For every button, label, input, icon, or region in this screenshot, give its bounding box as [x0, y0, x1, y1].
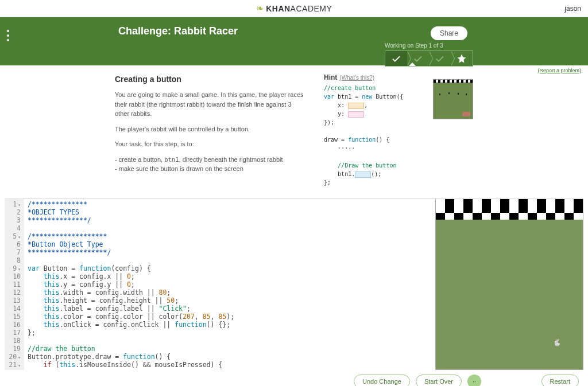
instructions-heading: Creating a button [115, 73, 307, 85]
instructions-p2: The player's rabbit will be controlled b… [115, 124, 307, 134]
code-editor[interactable]: 123456789101112131415161718192021 /*****… [5, 198, 435, 370]
instructions-p3: Your task, for this step, is to: [115, 139, 307, 149]
hint-blank-x[interactable] [348, 103, 364, 109]
mini-rabbit [439, 93, 440, 95]
action-buttons-row: Undo Change Start Over ·· Restart [0, 370, 588, 386]
checker-row2 [436, 213, 583, 220]
leaf-icon: ❧ [256, 3, 264, 14]
share-button[interactable]: Share [431, 26, 467, 40]
editor-row: 123456789101112131415161718192021 /*****… [5, 198, 583, 370]
instructions-bullet2: - make sure the button is drawn on the s… [115, 164, 307, 174]
undo-button[interactable]: Undo Change [354, 375, 410, 386]
hint-blank-method[interactable] [355, 171, 371, 178]
logo-right: ACADEMY [291, 4, 332, 13]
restart-button[interactable]: Restart [541, 375, 579, 386]
topbar: ❧ KHANACADEMY jason [0, 0, 588, 17]
step-chevrons [385, 50, 473, 67]
output-canvas: 🐇 [435, 198, 583, 370]
content-area: (Report a problem) Creating a button You… [0, 65, 588, 198]
challenge-title: Challenge: Rabbit Racer [118, 25, 473, 37]
rabbit-icon: 🐇 [552, 338, 561, 346]
mini-checker-icon [434, 80, 473, 83]
mini-rabbit [458, 93, 459, 95]
start-over-button[interactable]: Start Over [416, 375, 462, 386]
instructions-bullet1: - create a button, btn1, directly beneat… [115, 155, 307, 165]
logo-left: KHAN [266, 4, 290, 13]
progress-label: Working on Step 1 of 3 [385, 42, 473, 49]
mini-rabbit [448, 92, 450, 94]
mini-button [462, 112, 470, 116]
instructions: Creating a button You are going to make … [115, 73, 307, 187]
logo[interactable]: ❧ KHANACADEMY [256, 3, 332, 14]
instructions-p1: You are going to make a small game. In t… [115, 90, 307, 119]
step-1[interactable] [385, 51, 407, 66]
line-gutter: 123456789101112131415161718192021 [5, 199, 24, 370]
code-text[interactable]: /************** *OBJECT TYPES **********… [24, 199, 238, 370]
user-menu[interactable]: jason [564, 5, 581, 13]
challenge-header: Challenge: Rabbit Racer Share Working on… [0, 17, 588, 65]
checker-row1 [436, 199, 583, 213]
mini-rabbit [466, 93, 467, 95]
menu-dots-icon[interactable] [7, 30, 9, 41]
buddy-face-icon[interactable]: ·· [467, 375, 481, 386]
hint-whats-this-link[interactable]: (What's this?) [339, 75, 374, 81]
progress-tracker: Working on Step 1 of 3 [385, 42, 473, 67]
mini-preview [433, 79, 473, 119]
report-problem-link[interactable]: (Report a problem) [537, 68, 581, 73]
hint-blank-y[interactable] [348, 111, 364, 118]
